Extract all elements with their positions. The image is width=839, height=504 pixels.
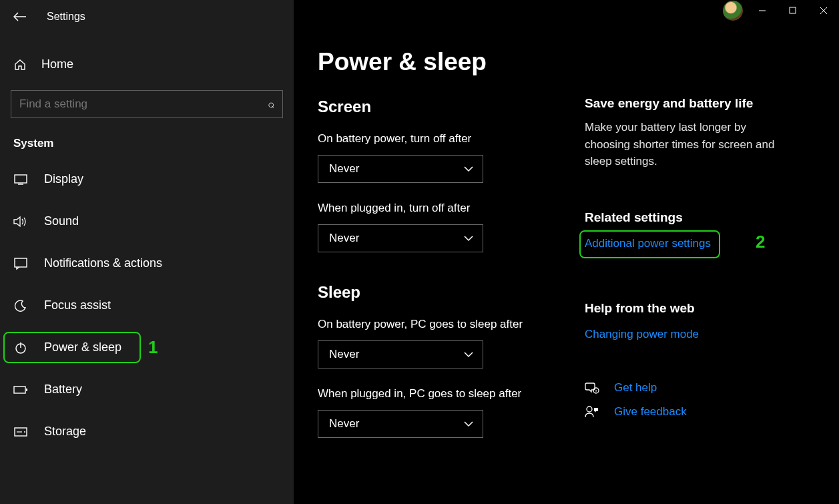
give-feedback-icon (585, 405, 599, 419)
energy-heading: Save energy and battery life (585, 96, 792, 111)
related-heading: Related settings (585, 210, 792, 225)
sidebar-item-label: Power & sleep (44, 340, 121, 354)
storage-icon (13, 427, 28, 437)
search-box[interactable]: ⌕ (11, 90, 283, 118)
battery-icon (13, 385, 28, 395)
screen-plugged-label: When plugged in, turn off after (318, 202, 585, 215)
changing-power-mode-link[interactable]: Changing power mode (585, 328, 699, 341)
sidebar-item-label: Sound (44, 214, 79, 228)
sleep-plugged-dropdown[interactable]: Never (318, 410, 483, 438)
search-icon: ⌕ (268, 98, 274, 110)
dropdown-value: Never (329, 232, 359, 245)
main-content: Power & sleep Screen On battery power, t… (294, 0, 839, 504)
sidebar-item-sound[interactable]: Sound (0, 204, 294, 238)
sidebar-item-display[interactable]: Display (0, 162, 294, 196)
get-help-link[interactable]: Get help (614, 381, 657, 395)
svg-rect-5 (14, 387, 25, 393)
sidebar-item-notifications[interactable]: Notifications & actions (0, 246, 294, 280)
svg-rect-11 (790, 7, 796, 13)
back-arrow-icon[interactable] (13, 12, 27, 21)
window-title: Settings (47, 11, 85, 23)
svg-rect-2 (15, 258, 27, 267)
screen-plugged-dropdown[interactable]: Never (318, 224, 483, 252)
page-title: Power & sleep (318, 48, 585, 76)
dropdown-value: Never (329, 348, 359, 361)
sidebar-item-storage[interactable]: Storage (0, 415, 294, 449)
get-help-icon: ? (585, 381, 599, 395)
energy-text: Make your battery last longer by choosin… (585, 119, 792, 170)
annotation-number-2: 2 (756, 232, 765, 252)
display-icon (13, 174, 28, 185)
svg-rect-0 (15, 175, 27, 183)
home-icon (13, 58, 27, 71)
additional-power-settings-link[interactable]: Additional power settings (585, 237, 711, 250)
home-nav-item[interactable]: Home (0, 48, 294, 81)
focus-assist-icon (13, 299, 28, 312)
svg-point-8 (24, 431, 25, 433)
sidebar: Settings Home ⌕ System Display Sound Not… (0, 0, 294, 504)
user-avatar[interactable] (723, 1, 743, 21)
sleep-battery-label: On battery power, PC goes to sleep after (318, 318, 585, 331)
screen-battery-dropdown[interactable]: Never (318, 155, 483, 183)
screen-battery-label: On battery power, turn off after (318, 132, 585, 146)
sidebar-item-label: Storage (44, 425, 86, 439)
sidebar-item-label: Notifications & actions (44, 256, 162, 270)
titlebar: Settings (0, 5, 294, 36)
chevron-down-icon (464, 352, 473, 358)
sidebar-item-label: Battery (44, 383, 82, 397)
sleep-plugged-label: When plugged in, PC goes to sleep after (318, 387, 585, 401)
search-input[interactable] (19, 97, 249, 111)
chevron-down-icon (464, 236, 473, 242)
help-from-web-heading: Help from the web (585, 301, 792, 316)
screen-heading: Screen (318, 97, 585, 116)
window-controls (723, 0, 839, 21)
sidebar-item-focus-assist[interactable]: Focus assist (0, 288, 294, 322)
home-label: Home (41, 57, 73, 71)
dropdown-value: Never (329, 417, 359, 431)
sidebar-item-battery[interactable]: Battery (0, 372, 294, 407)
power-icon (13, 341, 28, 354)
sound-icon (13, 216, 28, 228)
sleep-heading: Sleep (318, 283, 585, 302)
right-panel: Save energy and battery life Make your b… (585, 48, 805, 504)
maximize-button[interactable] (778, 0, 808, 21)
sidebar-section-heading: System (0, 130, 294, 162)
annotation-number-1: 1 (148, 337, 158, 358)
sidebar-item-label: Display (44, 172, 83, 186)
sidebar-item-label: Focus assist (44, 298, 111, 312)
minimize-button[interactable] (747, 0, 778, 21)
give-feedback-link[interactable]: Give feedback (614, 405, 687, 419)
settings-body: Power & sleep Screen On battery power, t… (318, 48, 585, 504)
dropdown-value: Never (329, 162, 359, 176)
close-button[interactable] (808, 0, 839, 21)
sidebar-item-power-sleep[interactable]: Power & sleep 1 (0, 330, 294, 364)
chevron-down-icon (464, 421, 473, 427)
sleep-battery-dropdown[interactable]: Never (318, 340, 483, 368)
notifications-icon (13, 258, 28, 270)
svg-point-16 (587, 407, 592, 412)
chevron-down-icon (464, 166, 473, 172)
svg-rect-6 (26, 389, 27, 391)
